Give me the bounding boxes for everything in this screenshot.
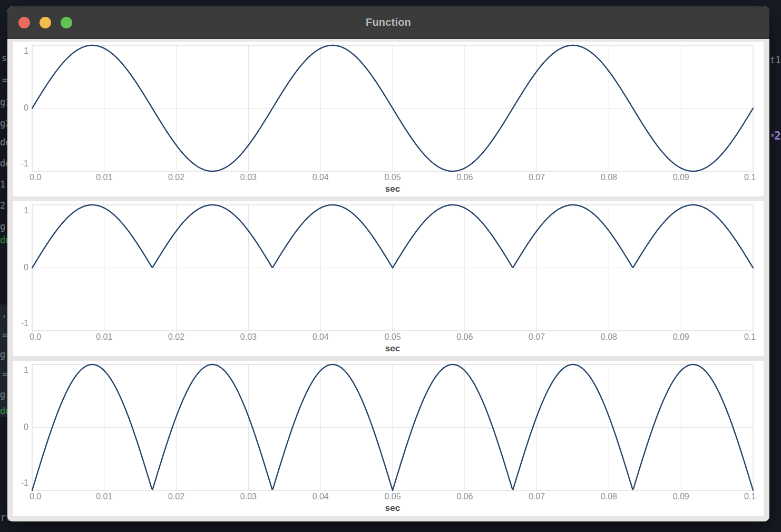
x-tick-label: 0.09 [673,492,689,501]
x-tick-label: 0.04 [313,492,329,501]
plot-window: Function 0.00.010.020.030.040.050.060.07… [7,6,769,521]
x-tick-label: 0.05 [384,332,401,341]
x-tick-label: 0.01 [96,492,112,501]
editor-code-fragment: g [0,221,5,232]
sine-wave-chart: 0.00.010.020.030.040.050.060.070.080.090… [13,42,764,196]
x-tick-label: 0.1 [744,173,756,182]
x-tick-label: 0.1 [744,332,756,341]
y-tick-label: 1 [24,46,28,55]
window-titlebar[interactable]: Function [7,6,769,39]
editor-code-fragment: , [2,309,7,319]
x-tick-label: 0.0 [30,173,41,182]
y-tick-label: 0 [24,103,28,112]
plot-panel-sine: 0.00.010.020.030.040.050.060.070.080.090… [13,42,764,196]
y-tick-label: -1 [21,478,28,487]
x-tick-label: 0.09 [673,332,689,341]
x-tick-label: 0.08 [601,173,617,182]
editor-code-fragment: s [2,53,7,63]
x-tick-label: 0.07 [529,332,545,341]
editor-code-fragment: = [2,75,7,85]
x-tick-label: 0.03 [240,173,257,182]
y-tick-label: 0 [24,263,28,272]
x-tick-label: 0.08 [601,492,617,501]
y-tick-label: 0 [24,422,28,431]
x-tick-label: 0.02 [168,492,184,501]
x-tick-label: 0.0 [30,332,41,341]
editor-code-fragment: 2 [774,131,781,141]
x-tick-label: 0.03 [240,492,257,501]
window-content: 0.00.010.020.030.040.050.060.070.080.090… [7,39,769,521]
editor-code-fragment: t1 [770,55,780,65]
x-tick-label: 0.07 [529,173,545,182]
rectified-sine-chart: 0.00.010.020.030.040.050.060.070.080.090… [13,201,764,356]
x-tick-label: 0.02 [168,173,184,182]
x-tick-label: 0.01 [96,332,112,341]
x-tick-label: 0.05 [384,492,401,501]
y-tick-label: 1 [24,206,28,215]
y-tick-label: -1 [21,159,28,168]
x-tick-label: 0.04 [313,332,329,341]
x-tick-label: 0.06 [456,332,473,341]
x-tick-label: 0.06 [456,173,473,182]
x-tick-label: 0.1 [744,492,756,501]
x-tick-label: 0.03 [240,332,257,341]
scaled-rectified-sine-chart: 0.00.010.020.030.040.050.060.070.080.090… [13,361,764,516]
editor-code-fragment: 1 [0,179,5,190]
x-tick-label: 0.01 [96,173,112,182]
window-title: Function [7,6,769,38]
editor-code-fragment: = [2,330,7,340]
y-tick-label: -1 [21,319,28,328]
x-tick-label: 0.05 [384,173,401,182]
editor-code-fragment: = [2,369,7,380]
x-tick-label: 0.07 [529,492,545,501]
x-tick-label: 0.08 [601,332,617,341]
plot-panel-abs-sine: 0.00.010.020.030.040.050.060.070.080.090… [13,201,764,356]
editor-code-fragment: g [0,349,5,360]
x-axis-label: sec [385,343,400,353]
x-axis-label: sec [385,184,400,194]
plot-panel-scaled-abs-sine: 0.00.010.020.030.040.050.060.070.080.090… [13,361,764,516]
x-tick-label: 0.0 [30,492,41,501]
x-tick-label: 0.02 [168,332,184,341]
x-tick-label: 0.04 [313,173,329,182]
x-tick-label: 0.06 [456,492,473,501]
y-tick-label: 1 [24,366,28,375]
x-axis-label: sec [385,503,400,513]
editor-code-fragment: 2 [0,200,5,211]
x-tick-label: 0.09 [673,173,689,182]
